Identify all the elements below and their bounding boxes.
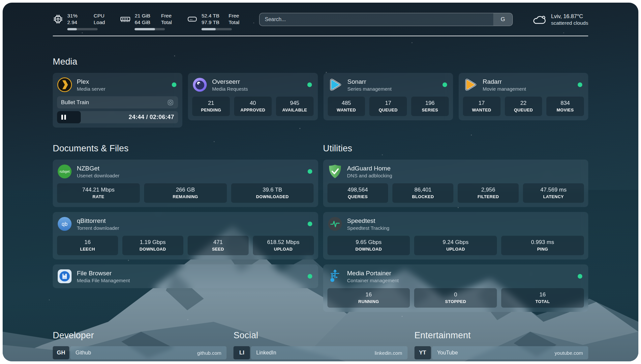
- overseerr-icon: [192, 77, 207, 92]
- sonarr-icon: [328, 77, 343, 92]
- stat-queued: 22QUEUED: [505, 97, 542, 116]
- portainer-card[interactable]: Media Portainer Container management 16R…: [323, 264, 589, 312]
- section-title-media: Media: [53, 57, 588, 67]
- bookmark-url: github.com: [197, 350, 221, 356]
- dashboard-window: 31% 2.94 CPU Load: [3, 3, 638, 361]
- stat-rate: 744.21 MbpsRATE: [57, 183, 140, 203]
- svg-text:nzbget: nzbget: [60, 170, 70, 173]
- service-name: Plex: [77, 78, 106, 86]
- sonarr-card[interactable]: Sonarr Series management 485WANTED 17QUE…: [323, 73, 453, 120]
- stat-series: 196SERIES: [411, 97, 449, 116]
- cpu-load-value: 2.94: [67, 19, 84, 26]
- stat-wanted: 17WANTED: [463, 97, 501, 116]
- radarr-card[interactable]: Radarr Movie management 17WANTED 22QUEUE…: [459, 73, 588, 120]
- stat-running: 16RUNNING: [327, 288, 410, 308]
- speedtest-card[interactable]: Speedtest Speedtest Tracking 9.65 GbpsDO…: [323, 212, 589, 259]
- stat-queries: 498,564QUERIES: [327, 183, 388, 203]
- disk-resource-widget: 52.4 TB 97.9 TB Free Total: [187, 13, 239, 30]
- stat-upload: 9.24 GbpsUPLOAD: [414, 236, 497, 255]
- playback-time: 24:44 / 02:06:47: [129, 114, 174, 121]
- stat-queued: 17QUEUED: [369, 97, 407, 116]
- service-name: File Browser: [77, 269, 130, 277]
- stat-upload: 618.52 MbpsUPLOAD: [253, 236, 314, 255]
- status-dot: [308, 222, 312, 226]
- service-desc: Series management: [348, 86, 392, 92]
- stat-seed: 471SEED: [188, 236, 249, 255]
- bookmarks-developer: Developer GH Github github.com SO StackO…: [53, 330, 227, 361]
- stat-latency: 47.569 msLATENCY: [523, 183, 584, 203]
- status-dot: [308, 274, 312, 279]
- search-bar: G: [259, 13, 513, 26]
- ram-total-label: Total: [161, 19, 172, 26]
- service-desc: Media Requests: [212, 86, 248, 92]
- memory-resource-widget: 21 GiB 64 GiB Free Total: [120, 13, 172, 30]
- service-desc: DNS and adblocking: [347, 172, 392, 179]
- weather-location-temp: Lviv, 16.87°C: [551, 13, 588, 20]
- qbittorrent-card[interactable]: qb qBittorrent Torrent downloader: [53, 212, 318, 259]
- service-name: Radarr: [483, 78, 526, 86]
- cpu-resource-widget: 31% 2.94 CPU Load: [53, 13, 105, 30]
- now-playing-session-icon[interactable]: [167, 99, 174, 106]
- pause-button[interactable]: [61, 115, 66, 120]
- playback-progress-bar: 24:44 / 02:06:47: [57, 111, 178, 123]
- radarr-icon: [463, 77, 478, 92]
- weather-condition: scattered clouds: [551, 20, 588, 26]
- bookmark-url: youtube.com: [555, 350, 583, 356]
- section-title-entertainment: Entertainment: [414, 330, 588, 341]
- stat-leech: 16LEECH: [57, 236, 118, 255]
- status-dot: [307, 82, 312, 87]
- bookmark-name: YouTube: [437, 350, 458, 356]
- ram-free-value: 21 GiB: [135, 13, 152, 19]
- disk-icon: [187, 14, 198, 24]
- stat-approved: 40APPROVED: [234, 97, 272, 116]
- status-dot: [308, 169, 312, 174]
- cpu-icon: [53, 14, 63, 24]
- bookmarks-entertainment: Entertainment YT YouTube youtube.com NF …: [414, 330, 588, 361]
- status-dot: [578, 82, 582, 87]
- media-grid: Plex Media server Bullet Train: [53, 73, 588, 128]
- nzbget-card[interactable]: nzbget NZBGet Usenet downloader 74: [53, 160, 318, 207]
- status-dot: [578, 274, 582, 279]
- disk-progress-bar: [201, 28, 232, 30]
- cpu-load-label: Load: [94, 19, 105, 26]
- section-title-utilities: Utilities: [323, 143, 589, 154]
- service-desc: Media File Management: [77, 277, 130, 284]
- search-provider-button[interactable]: G: [493, 13, 512, 26]
- stat-stopped: 0STOPPED: [414, 288, 497, 308]
- service-desc: Movie management: [483, 86, 526, 92]
- ram-progress-bar: [135, 28, 165, 30]
- stat-download: 1.19 GbpsDOWNLOAD: [122, 236, 183, 255]
- bookmark-abbr: LI: [233, 346, 250, 359]
- utilities-column: Utilities: [323, 143, 589, 312]
- bookmarks-social: Social LI LinkedIn linkedin.com TW Twitt…: [233, 330, 407, 361]
- stat-total: 16TOTAL: [501, 288, 584, 308]
- filebrowser-card[interactable]: File Browser Media File Management: [53, 264, 318, 288]
- overseerr-card[interactable]: Overseerr Media Requests 21PENDING 40APP…: [188, 73, 318, 120]
- cloud-icon: [532, 13, 546, 26]
- disk-free-label: Free: [229, 13, 239, 19]
- status-dot: [172, 82, 176, 87]
- now-playing-row: Bullet Train: [57, 96, 178, 108]
- cpu-usage-label: CPU: [94, 13, 105, 19]
- qbittorrent-icon: qb: [57, 216, 72, 231]
- stat-downloaded: 39.6 TBDOWNLOADED: [231, 183, 314, 203]
- bookmark-github[interactable]: GH Github github.com: [53, 346, 227, 359]
- ram-total-value: 64 GiB: [135, 19, 152, 26]
- ram-free-label: Free: [161, 13, 172, 19]
- bookmark-youtube[interactable]: YT YouTube youtube.com: [414, 346, 588, 359]
- section-title-documents: Documents & Files: [53, 143, 318, 154]
- ram-icon: [120, 14, 131, 24]
- bookmark-linkedin[interactable]: LI LinkedIn linkedin.com: [233, 346, 407, 359]
- section-title-social: Social: [233, 330, 407, 341]
- plex-icon: [57, 77, 72, 92]
- stat-blocked: 86,401BLOCKED: [392, 183, 453, 203]
- plex-card[interactable]: Plex Media server Bullet Train: [53, 73, 182, 128]
- nzbget-icon: nzbget: [57, 164, 72, 179]
- service-desc: Torrent downloader: [77, 225, 119, 231]
- documents-column: Documents & Files nzbget: [53, 143, 318, 312]
- stat-ping: 0.993 msPING: [501, 236, 584, 255]
- svg-text:qb: qb: [62, 221, 68, 227]
- adguard-card[interactable]: AdGuard Home DNS and adblocking 498,564Q…: [323, 160, 589, 207]
- search-input[interactable]: [259, 13, 493, 26]
- stat-wanted: 485WANTED: [328, 97, 365, 116]
